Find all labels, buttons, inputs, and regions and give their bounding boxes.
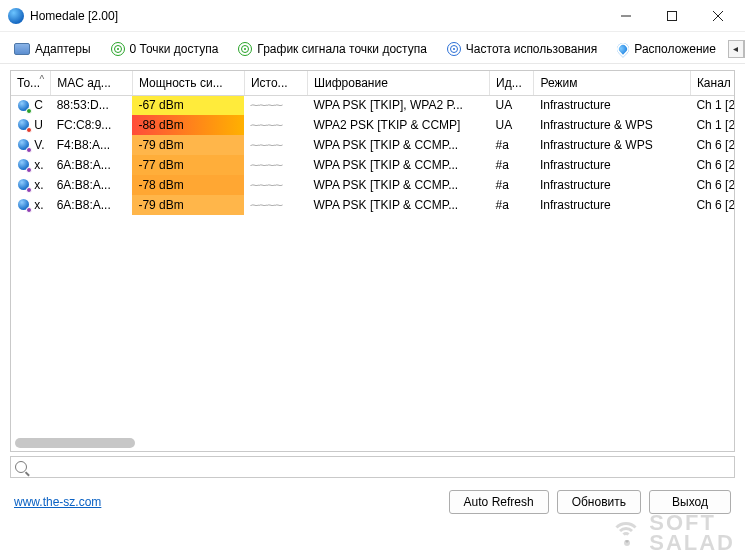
cell-mode: Infrastructure — [534, 155, 690, 175]
cell-ap: x. — [11, 155, 51, 175]
col-header-enc[interactable]: Шифрование — [307, 71, 489, 95]
tab-frequency-usage[interactable]: Частота использования — [439, 39, 605, 59]
titlebar: Homedale [2.00] — [0, 0, 745, 32]
table-row[interactable]: x.6A:B8:A...-77 dBm⁓⁓⁓⁓WPA PSK [TKIP & C… — [11, 155, 734, 175]
table-row[interactable]: x.6A:B8:A...-78 dBm⁓⁓⁓⁓WPA PSK [TKIP & C… — [11, 175, 734, 195]
antenna-icon — [447, 42, 461, 56]
cell-history: ⁓⁓⁓⁓ — [244, 95, 307, 115]
cell-mac: 88:53:D... — [51, 95, 133, 115]
antenna-icon — [111, 42, 125, 56]
cell-channel: Ch 6 [2.437 GHz — [690, 155, 734, 175]
cell-channel: Ch 6 [2.437 GHz — [690, 175, 734, 195]
cell-id: #a — [490, 195, 534, 215]
tab-label: График сигнала точки доступа — [257, 42, 427, 56]
cell-signal: -88 dBm — [132, 115, 244, 135]
svg-rect-1 — [668, 11, 677, 20]
ap-name: U — [34, 118, 43, 132]
cell-encryption: WPA PSK [TKIP & CCMP... — [307, 195, 489, 215]
window-title: Homedale [2.00] — [30, 9, 118, 23]
ap-name: x. — [34, 178, 43, 192]
close-button[interactable] — [695, 0, 741, 31]
cell-channel: Ch 1 [2.412 GHz — [690, 115, 734, 135]
cell-mac: FC:C8:9... — [51, 115, 133, 135]
cell-history: ⁓⁓⁓⁓ — [244, 195, 307, 215]
cell-history: ⁓⁓⁓⁓ — [244, 115, 307, 135]
cell-ap: U — [11, 115, 51, 135]
cell-id: UA — [490, 95, 534, 115]
cell-channel: Ch 6 [2.437 GHz — [690, 135, 734, 155]
access-points-table[interactable]: То... MAC ад... Мощность си... Исто... Ш… — [11, 71, 734, 215]
cell-ap: C — [11, 95, 51, 115]
network-icon — [17, 138, 31, 152]
table-row[interactable]: UFC:C8:9...-88 dBm⁓⁓⁓⁓WPA2 PSK [TKIP & C… — [11, 115, 734, 135]
sparkline: ⁓⁓⁓⁓ — [250, 120, 282, 130]
cell-channel: Ch 1 [2.412 GHz — [690, 95, 734, 115]
minimize-button[interactable] — [603, 0, 649, 31]
cell-mode: Infrastructure — [534, 95, 690, 115]
cell-ap: x. — [11, 195, 51, 215]
col-header-history[interactable]: Исто... — [244, 71, 307, 95]
access-points-table-container: То... MAC ад... Мощность си... Исто... Ш… — [10, 70, 735, 452]
col-header-channel[interactable]: Канал — [690, 71, 734, 95]
search-icon — [15, 461, 27, 473]
sparkline: ⁓⁓⁓⁓ — [250, 200, 282, 210]
cell-mac: 6A:B8:A... — [51, 175, 133, 195]
scroll-tabs-left-button[interactable]: ◂ — [728, 40, 744, 58]
cell-encryption: WPA PSK [TKIP & CCMP... — [307, 155, 489, 175]
tab-adapters[interactable]: Адаптеры — [6, 39, 99, 59]
network-icon — [17, 99, 31, 113]
tab-label: Адаптеры — [35, 42, 91, 56]
tab-location[interactable]: Расположение — [609, 39, 724, 59]
antenna-icon — [238, 42, 252, 56]
ap-name: x. — [34, 198, 43, 212]
network-icon — [17, 178, 31, 192]
sparkline: ⁓⁓⁓⁓ — [250, 160, 282, 170]
exit-button[interactable]: Выход — [649, 490, 731, 514]
sparkline: ⁓⁓⁓⁓ — [250, 180, 282, 190]
cell-id: #a — [490, 155, 534, 175]
cell-mac: 6A:B8:A... — [51, 155, 133, 175]
ap-name: V. — [34, 138, 44, 152]
col-header-ap[interactable]: То... — [11, 71, 51, 95]
cell-history: ⁓⁓⁓⁓ — [244, 135, 307, 155]
cell-mac: 6A:B8:A... — [51, 195, 133, 215]
tab-label: 0 Точки доступа — [130, 42, 219, 56]
cell-signal: -78 dBm — [132, 175, 244, 195]
horizontal-scrollbar[interactable] — [11, 435, 734, 451]
sparkline: ⁓⁓⁓⁓ — [250, 140, 282, 150]
col-header-mode[interactable]: Режим — [534, 71, 690, 95]
maximize-button[interactable] — [649, 0, 695, 31]
cell-signal: -77 dBm — [132, 155, 244, 175]
tab-label: Расположение — [634, 42, 716, 56]
network-icon — [17, 198, 31, 212]
cell-signal: -67 dBm — [132, 95, 244, 115]
website-link[interactable]: www.the-sz.com — [14, 495, 101, 509]
col-header-signal[interactable]: Мощность си... — [132, 71, 244, 95]
cell-id: #a — [490, 175, 534, 195]
table-row[interactable]: x.6A:B8:A...-79 dBm⁓⁓⁓⁓WPA PSK [TKIP & C… — [11, 195, 734, 215]
window-buttons — [603, 0, 741, 31]
tab-access-points[interactable]: 0 Точки доступа — [103, 39, 227, 59]
col-header-id[interactable]: Ид... — [490, 71, 534, 95]
col-header-mac[interactable]: MAC ад... — [51, 71, 133, 95]
tab-signal-graph[interactable]: График сигнала точки доступа — [230, 39, 435, 59]
scrollbar-thumb[interactable] — [15, 438, 135, 448]
search-bar[interactable] — [10, 456, 735, 478]
network-icon — [17, 158, 31, 172]
table-row[interactable]: V.F4:B8:A...-79 dBm⁓⁓⁓⁓WPA PSK [TKIP & C… — [11, 135, 734, 155]
cell-encryption: WPA PSK [TKIP], WPA2 P... — [307, 95, 489, 115]
cell-mode: Infrastructure — [534, 195, 690, 215]
cell-id: #a — [490, 135, 534, 155]
auto-refresh-button[interactable]: Auto Refresh — [449, 490, 549, 514]
location-pin-icon — [615, 40, 632, 57]
table-row[interactable]: C88:53:D...-67 dBm⁓⁓⁓⁓WPA PSK [TKIP], WP… — [11, 95, 734, 115]
adapters-icon — [14, 43, 30, 55]
cell-channel: Ch 6 [2.437 GHz — [690, 195, 734, 215]
footer: www.the-sz.com Auto Refresh Обновить Вых… — [0, 482, 745, 524]
cell-history: ⁓⁓⁓⁓ — [244, 175, 307, 195]
refresh-button[interactable]: Обновить — [557, 490, 641, 514]
cell-signal: -79 dBm — [132, 195, 244, 215]
network-icon — [17, 118, 31, 132]
cell-encryption: WPA2 PSK [TKIP & CCMP] — [307, 115, 489, 135]
tab-label: Частота использования — [466, 42, 597, 56]
